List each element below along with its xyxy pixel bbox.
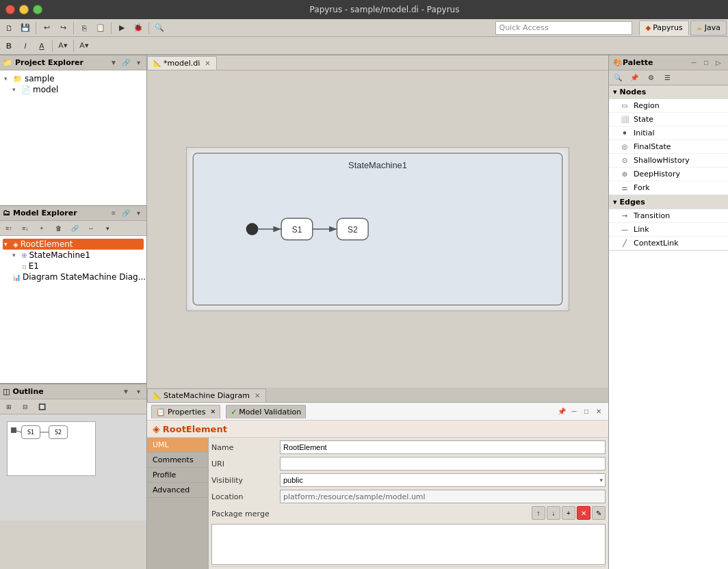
name-input[interactable] bbox=[280, 440, 606, 454]
titlebar: Papyrus - sample/model.di - Papyrus bbox=[0, 0, 728, 19]
tab-model-di[interactable]: 📐 *model.di ✕ bbox=[147, 56, 217, 70]
color-button[interactable]: A▾ bbox=[77, 38, 92, 53]
model-menu-button[interactable]: ▾ bbox=[133, 208, 144, 219]
model-explorer-header-icons: ≡ 🔗 ▾ bbox=[108, 208, 144, 219]
sm-icon: ⊕ bbox=[21, 252, 27, 259]
palette-item-deephistory[interactable]: ⊚ DeepHistory bbox=[609, 168, 728, 181]
project-explorer-icon: 📁 bbox=[3, 58, 12, 67]
palette-item-initial[interactable]: ⚫ Initial bbox=[609, 127, 728, 140]
model-item-root[interactable]: ▾ ◈ RootElement bbox=[3, 239, 144, 250]
package-merge-edit-btn[interactable]: ✎ bbox=[592, 506, 606, 520]
tab-statemachine-diagram[interactable]: 📐 StateMachine Diagram ✕ bbox=[147, 388, 266, 402]
search-button[interactable]: 🔍 bbox=[152, 21, 167, 36]
package-merge-add-btn[interactable]: + bbox=[562, 506, 575, 520]
palette-minimize-btn[interactable]: ─ bbox=[688, 57, 699, 68]
sidebar-advanced[interactable]: Advanced bbox=[147, 483, 208, 498]
diagram-area[interactable]: StateMachine1 S1 S2 bbox=[147, 70, 608, 388]
sidebar-uml[interactable]: UML bbox=[147, 438, 208, 453]
model-explorer-content: ▾ ◈ RootElement ▾ ⊕ StateMachine1 ▫ E1 📊… bbox=[0, 236, 146, 383]
sidebar-profile[interactable]: Profile bbox=[147, 468, 208, 483]
palette-item-state[interactable]: ⬜ State bbox=[609, 113, 728, 127]
copy-button[interactable]: ⎘ bbox=[77, 21, 92, 36]
properties-minimize-btn[interactable]: ─ bbox=[569, 406, 580, 417]
model-explorer-title: Model Explorer bbox=[13, 209, 77, 217]
outline-menu-btn[interactable]: ▾ bbox=[133, 386, 144, 397]
properties-close-btn[interactable]: ✕ bbox=[593, 406, 604, 417]
link-label: Link bbox=[634, 225, 649, 234]
palette-search-btn[interactable]: 🔍 bbox=[610, 70, 625, 85]
font-button[interactable]: A▾ bbox=[55, 38, 70, 53]
package-merge-up-btn[interactable]: ↑ bbox=[532, 506, 545, 520]
properties-tab[interactable]: 📋 Properties ✕ bbox=[151, 405, 220, 419]
properties-pin-btn[interactable]: 📌 bbox=[556, 406, 567, 417]
palette-header: 🎨 Palette ─ □ ▷ bbox=[609, 55, 728, 70]
bottom-tabs: 📐 StateMachine Diagram ✕ bbox=[147, 388, 608, 403]
palette-item-contextlink[interactable]: ╱ ContextLink bbox=[609, 237, 728, 250]
run-button[interactable]: ▶ bbox=[114, 21, 129, 36]
model-item-diagram[interactable]: 📊 Diagram StateMachine Diag... bbox=[3, 272, 144, 282]
model-collapse-button[interactable]: ≡ bbox=[108, 208, 119, 219]
model-link-button[interactable]: 🔗 bbox=[120, 208, 131, 219]
deephistory-label: DeepHistory bbox=[634, 170, 680, 178]
panel-menu-button[interactable]: ▾ bbox=[133, 57, 144, 68]
palette-edges-header[interactable]: ▾ Edges bbox=[609, 196, 728, 209]
model-expand-all-btn[interactable]: ≡↓ bbox=[18, 221, 33, 236]
palette-settings-btn[interactable]: ⚙ bbox=[643, 70, 658, 85]
sidebar-comments[interactable]: Comments bbox=[147, 453, 208, 468]
perspective-papyrus[interactable]: ◆ Papyrus bbox=[639, 21, 688, 36]
properties-tab-close[interactable]: ✕ bbox=[211, 408, 216, 415]
italic-button[interactable]: I bbox=[18, 38, 33, 53]
model-collapse-all-btn[interactable]: ≡↑ bbox=[1, 221, 16, 236]
bold-button[interactable]: B bbox=[1, 38, 16, 53]
paste-button[interactable]: 📋 bbox=[93, 21, 108, 36]
palette-item-link[interactable]: — Link bbox=[609, 223, 728, 237]
package-merge-down-btn[interactable]: ↓ bbox=[547, 506, 560, 520]
debug-button[interactable]: 🐞 bbox=[131, 21, 146, 36]
palette-item-finalstate[interactable]: ◎ FinalState bbox=[609, 140, 728, 154]
properties-maximize-btn[interactable]: □ bbox=[581, 406, 592, 417]
collapse-all-button[interactable]: ▼ bbox=[108, 57, 119, 68]
palette-item-transition[interactable]: → Transition bbox=[609, 209, 728, 223]
visibility-select[interactable]: public private protected package bbox=[280, 473, 606, 487]
outline-zoom-actual-btn[interactable]: ⊟ bbox=[18, 399, 33, 414]
outline-zoom-fit-btn[interactable]: ⊞ bbox=[1, 399, 16, 414]
model-item-statemachine[interactable]: ▾ ⊕ StateMachine1 bbox=[3, 250, 144, 261]
palette-layout-btn[interactable]: ☰ bbox=[660, 70, 675, 85]
model-validation-tab[interactable]: ✓ Model Validation bbox=[226, 405, 306, 419]
minimize-button[interactable] bbox=[19, 5, 29, 14]
model-menu-btn[interactable]: ▾ bbox=[100, 221, 115, 236]
model-new-btn[interactable]: + bbox=[34, 221, 49, 236]
outline-zoom-in-btn[interactable]: 🔲 bbox=[34, 399, 49, 414]
uri-input[interactable] bbox=[280, 457, 606, 471]
tab-close-sm[interactable]: ✕ bbox=[255, 392, 260, 399]
undo-button[interactable]: ↩ bbox=[39, 21, 54, 36]
model-delete-btn[interactable]: 🗑 bbox=[51, 221, 66, 236]
new-button[interactable]: 🗋 bbox=[1, 21, 16, 36]
model-sync-btn[interactable]: ↔ bbox=[83, 221, 99, 236]
package-merge-delete-btn[interactable]: ✕ bbox=[577, 506, 590, 520]
close-button[interactable] bbox=[5, 5, 15, 14]
model-item-e1[interactable]: ▫ E1 bbox=[3, 261, 144, 272]
name-label: Name bbox=[211, 443, 280, 452]
maximize-button[interactable] bbox=[33, 5, 42, 14]
outline-collapse-btn[interactable]: ▼ bbox=[120, 386, 131, 397]
link-editor-button[interactable]: 🔗 bbox=[120, 57, 131, 68]
project-item-model[interactable]: ▾ 📄 model bbox=[3, 84, 144, 95]
palette-item-shallowhistory[interactable]: ⊙ ShallowHistory bbox=[609, 154, 728, 168]
palette-pin-btn[interactable]: 📌 bbox=[627, 70, 642, 85]
diagram-svg: StateMachine1 S1 S2 bbox=[187, 148, 569, 310]
papyrus-label: Papyrus bbox=[653, 23, 683, 32]
toolbar-area: 🗋 💾 ↩ ↪ ⎘ 📋 ▶ 🐞 🔍 Quick Access ◆ Papyrus… bbox=[0, 19, 728, 55]
palette-maximize-btn[interactable]: □ bbox=[701, 57, 712, 68]
palette-expand-btn[interactable]: ▷ bbox=[713, 57, 724, 68]
underline-button[interactable]: A bbox=[34, 38, 49, 53]
palette-nodes-header[interactable]: ▾ Nodes bbox=[609, 85, 728, 99]
redo-button[interactable]: ↪ bbox=[55, 21, 70, 36]
tab-close-model[interactable]: ✕ bbox=[205, 59, 210, 67]
palette-item-fork[interactable]: ⚌ Fork bbox=[609, 181, 728, 195]
perspective-java[interactable]: ☕ Java bbox=[690, 21, 727, 36]
save-button[interactable]: 💾 bbox=[18, 21, 33, 36]
project-item-sample[interactable]: ▾ 📁 sample bbox=[3, 73, 144, 84]
palette-item-region[interactable]: ▭ Region bbox=[609, 99, 728, 113]
model-link-btn[interactable]: 🔗 bbox=[67, 221, 82, 236]
